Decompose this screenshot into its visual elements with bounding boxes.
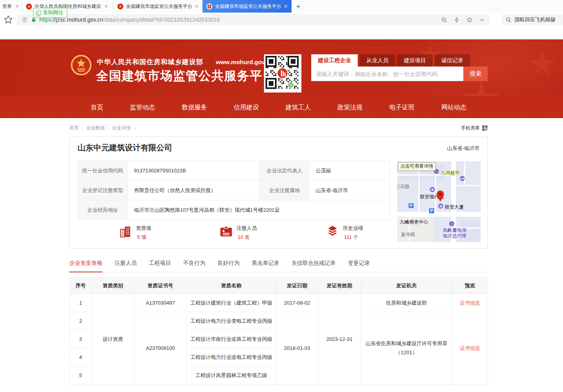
bookmark-star-icon[interactable] <box>3 15 13 25</box>
cell-cert-no: A137030497 <box>134 294 187 312</box>
tab-title: 全国建筑市场监管公共服务平台 <box>215 3 281 10</box>
certificate-info-link[interactable]: 证书信息 <box>460 345 480 351</box>
lightning-icon[interactable] <box>454 17 460 23</box>
address-field[interactable]: https://jzsc.mohurd.gov.cn/data/company/… <box>17 14 490 25</box>
chevron-down-icon[interactable] <box>479 17 485 23</box>
poi-label-supermarket: 九州超市 <box>441 170 460 176</box>
breadcrumb-company-data[interactable]: 企业数据 <box>86 125 105 131</box>
col-header-authority: 发证机关 <box>361 278 452 294</box>
cell-no: 3 <box>70 330 92 348</box>
browser-tab-active[interactable]: 全国建筑市场监管公共服务平台 ✕ <box>203 0 292 13</box>
nav-item-data-service[interactable]: 数据服务 <box>182 96 207 118</box>
breadcrumb-separator: › <box>108 125 109 131</box>
shield-icon[interactable] <box>22 17 28 23</box>
nav-item-supervision[interactable]: 监管动态 <box>130 96 155 118</box>
stat-label: 历史业绩 <box>343 225 363 232</box>
qr-code-icon <box>482 125 488 131</box>
browser-tab-1[interactable]: 世界 ✕ <box>0 0 22 13</box>
authority-line1: 山东省住房和城乡建设厅许可专用章 <box>361 339 452 348</box>
field-value: 公茂福 <box>309 161 390 181</box>
certificate-info-link[interactable]: 证书信息 <box>460 300 480 306</box>
table-row: 1 设计资质 A137030497 工程设计建筑行业（建筑工程）甲级 2017-… <box>70 294 488 312</box>
ministry-title: 中华人民共和国住房和城乡建设部 www.mohurd.gov.cn <box>97 57 273 67</box>
cell-no: 5 <box>70 366 92 385</box>
company-info-table: 统一社会信用代码 91371302675501022B 企业法定代表人 公茂福 … <box>78 161 390 220</box>
col-header-no: 序号 <box>70 278 92 294</box>
table-row: 统一社会信用代码 91371302675501022B 企业法定代表人 公茂福 <box>78 161 390 181</box>
copy-icon <box>37 11 41 15</box>
search-tab-enterprise[interactable]: 建设工程企业 <box>311 54 358 67</box>
map-road <box>435 174 436 212</box>
parking-icon: P <box>429 208 435 214</box>
table-header-row: 序号 资质类别 资质证书号 资质名称 发证日期 发证有效期 发证机关 预览 <box>70 278 488 294</box>
tab-title: 世界 <box>2 3 12 10</box>
nav-item-site-news[interactable]: 网站动态 <box>441 96 466 118</box>
cell-authority: 住房和城乡建设部 <box>361 294 452 312</box>
tab-bad-behavior[interactable]: 不良行为 <box>183 257 205 272</box>
cell-name: 工程设计建筑行业（建筑工程）甲级 <box>187 294 276 312</box>
col-header-validity: 发证有效期 <box>318 278 361 294</box>
browser-tab-3[interactable]: 全国建筑市场监管公共服务平台 ✕ <box>113 0 203 13</box>
ministry-name: 中华人民共和国住房和城乡建设部 <box>97 58 203 66</box>
search-icon <box>505 17 511 23</box>
page-top-gap <box>0 27 563 39</box>
stat-registered-personnel: 注册人员 10 名 <box>219 224 257 241</box>
poi-building-icon: ▦ <box>438 203 444 209</box>
copy-url-tooltip-text: 复制网址 <box>43 9 63 16</box>
tab-close-icon[interactable]: ✕ <box>284 4 288 9</box>
tab-close-icon[interactable]: ✕ <box>15 4 19 9</box>
search-tab-credit[interactable]: 诚信记录 <box>435 54 470 67</box>
search-button[interactable]: 搜索 <box>463 67 488 81</box>
cell-name: 工程设计风景园林工程专项乙级 <box>187 366 276 385</box>
header-search-area: 建设工程企业 从业人员 建设项目 诚信记录 搜索 <box>311 54 488 81</box>
tab-registered-personnel[interactable]: 注册人员 <box>115 257 137 272</box>
tab-change-records[interactable]: 变更记录 <box>348 257 370 272</box>
zoom-out-icon[interactable] <box>441 17 448 23</box>
cell-no: 2 <box>70 312 92 330</box>
field-value: 有限责任公司（自然人投资或控股） <box>128 181 260 200</box>
tab-blacklist[interactable]: 黑名单记录 <box>252 257 279 272</box>
map-pin-icon <box>437 190 444 202</box>
platform-title: 全国建筑市场监管公共服务平台 <box>96 68 275 84</box>
poi-label-jiufeng: 九峰商务中心 <box>400 219 428 226</box>
new-tab-button[interactable]: ＋ <box>292 0 305 13</box>
location-map[interactable]: 点击可查看详情 ⌂ 九州超市 ATM 纪花园 ▦ 联安现代城 ▦ 联安大厦 P … <box>397 161 481 242</box>
mobile-view-link[interactable]: 手机查看 <box>461 125 488 131</box>
browser-quick-search[interactable]: 国航回应飞机颠簸 <box>502 14 563 25</box>
poi-label-lianan-tower: 联安大厦 <box>445 204 464 211</box>
map-tooltip: 点击可查看详情 <box>398 162 436 171</box>
secure-lock-icon <box>31 17 36 22</box>
field-value: 临沂市兰山区陶然路107号星河晶都（联安）现代城1号楼2201室 <box>128 200 390 220</box>
mobile-view-label: 手机查看 <box>461 125 480 131</box>
browser-tab-bar: 世界 ✕ 中华人民共和国住房和城乡建设 ✕ 全国建筑市场监管公共服务平台 ✕ 全… <box>0 0 563 13</box>
gov-emblem-favicon <box>206 4 212 9</box>
tab-close-icon[interactable]: ✕ <box>195 4 199 9</box>
tab-dishonesty-records[interactable]: 失信联合惩戒记录 <box>292 257 336 272</box>
breadcrumb-home[interactable]: 首页 <box>69 125 79 131</box>
tab-close-icon[interactable]: ✕ <box>104 4 108 9</box>
tab-projects[interactable]: 工程项目 <box>149 257 171 272</box>
cell-authority: 山东省住房和城乡建设厅许可专用章 （1201） <box>361 312 452 385</box>
search-tab-personnel[interactable]: 从业人员 <box>360 54 395 67</box>
map-main-road <box>397 212 481 217</box>
header-qr-code <box>264 54 301 92</box>
tab-good-behavior[interactable]: 良好行为 <box>217 257 240 272</box>
nav-item-workers[interactable]: 建筑工人 <box>286 96 311 118</box>
cell-name: 工程设计电力行业送电工程专业丙级 <box>187 348 276 366</box>
col-header-issue-date: 发证日期 <box>276 278 318 294</box>
favorite-star-icon[interactable] <box>466 17 473 23</box>
field-label: 统一社会信用代码 <box>78 161 128 181</box>
search-tab-project[interactable]: 建设项目 <box>397 54 433 67</box>
nav-item-home[interactable]: 首页 <box>91 96 103 118</box>
nav-item-e-license[interactable]: 电子证照 <box>389 96 414 118</box>
breadcrumb-company-detail[interactable]: 企业详情 <box>112 125 131 131</box>
field-value: 91371302675501022B <box>128 161 260 181</box>
nav-item-policy[interactable]: 政策法规 <box>338 96 363 118</box>
field-label: 企业法定代表人 <box>260 161 309 181</box>
tab-qualifications[interactable]: 企业资质资格 <box>69 257 102 272</box>
authority-line2: （1201） <box>361 348 452 357</box>
nav-item-credit[interactable]: 信用建设 <box>234 96 259 118</box>
keyword-search-input[interactable] <box>311 67 463 81</box>
qualification-table: 序号 资质类别 资质证书号 资质名称 发证日期 发证有效期 发证机关 预览 1 … <box>69 277 488 385</box>
id-card-icon <box>219 224 233 239</box>
